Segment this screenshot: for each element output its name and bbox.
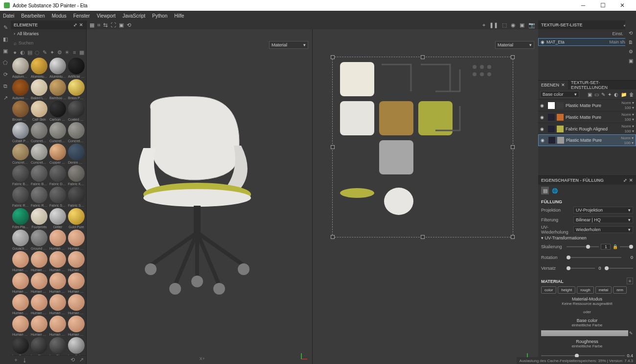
layer-fill-thumb[interactable]: [557, 114, 564, 121]
polyfill-tool-icon[interactable]: ⬠: [1, 59, 9, 66]
asset-item[interactable]: Glitter: [49, 208, 67, 229]
view-frame-icon[interactable]: ⛶: [111, 22, 116, 28]
eraser-tool-icon[interactable]: ◧: [1, 35, 9, 43]
asset-item[interactable]: Human Br...: [68, 230, 85, 250]
asset-item[interactable]: Copper Pure: [49, 144, 67, 164]
menu-fenster[interactable]: Fenster: [73, 13, 90, 19]
asset-item[interactable]: Fdm Plasti...: [12, 208, 29, 229]
view-persp-icon[interactable]: ▣: [119, 22, 124, 28]
offset-slider-y[interactable]: [605, 268, 633, 269]
asset-item[interactable]: Gold Pure: [68, 208, 85, 229]
view-pause-icon[interactable]: ❚❚: [489, 22, 498, 28]
asset-item[interactable]: Human N...: [12, 316, 29, 336]
asset-item[interactable]: Calf Skin: [30, 101, 48, 121]
asset-item[interactable]: Iron Galva...: [68, 337, 85, 355]
asset-item[interactable]: Cobalt Pure: [12, 122, 29, 143]
selection-handle-bl[interactable]: [331, 235, 335, 239]
layer-item[interactable]: ◉ Plastic Matte Pure Norm ▾100 ▾: [538, 111, 636, 123]
opacity-value[interactable]: 100 ▾: [624, 106, 634, 110]
layer-fill-thumb[interactable]: [557, 126, 564, 132]
rotation-slider[interactable]: [567, 257, 621, 258]
layer-item[interactable]: ◉ Fabric Rough Aligned Norm ▾100 ▾: [538, 123, 636, 134]
asset-item[interactable]: Human No...: [68, 294, 85, 315]
layer-add-mask-icon[interactable]: ✎: [601, 92, 605, 97]
asset-item[interactable]: Concrete B...: [49, 122, 67, 143]
asset-item[interactable]: Human W...: [49, 316, 67, 336]
scale-slider-2[interactable]: [620, 246, 633, 247]
viewport-2d[interactable]: Material ▾: [313, 29, 538, 364]
blend-dropdown[interactable]: Norm ▾: [621, 101, 634, 105]
smudge-tool-icon[interactable]: ⟳: [1, 70, 9, 78]
search-input[interactable]: [19, 41, 83, 45]
filter-brush-icon[interactable]: ✎: [42, 49, 47, 56]
opacity-value[interactable]: 100 ▾: [624, 117, 634, 122]
paint-tool-icon[interactable]: ✎: [1, 23, 9, 31]
asset-item[interactable]: Concrete S...: [30, 144, 48, 164]
tab-layers[interactable]: EBENEN ✕: [538, 81, 568, 89]
filtering-dropdown[interactable]: Bilinear | HQ▾: [573, 216, 633, 223]
layer-item[interactable]: ◉ Plastic Matte Pure Norm ▾100 ▾: [538, 99, 636, 111]
asset-item[interactable]: Denim Rivet: [68, 144, 85, 164]
material-menu-icon[interactable]: ≡: [627, 278, 633, 284]
asset-item[interactable]: Fabric Suit ...: [68, 187, 85, 207]
layer-mask-thumb[interactable]: [548, 114, 555, 121]
layer-mask-thumb[interactable]: [548, 126, 555, 132]
asset-item[interactable]: Human Ha...: [68, 273, 85, 293]
offset-slider-x[interactable]: [567, 268, 595, 269]
maximize-button[interactable]: ☐: [593, 0, 613, 11]
view-camera-icon[interactable]: 📷: [528, 22, 535, 28]
viewport-3d-mode-dropdown[interactable]: Material ▾: [269, 41, 308, 49]
blend-dropdown[interactable]: Norm ▾: [621, 112, 634, 117]
asset-item[interactable]: Human Ne...: [49, 294, 67, 315]
tab-texture-set-settings[interactable]: TEXTUR-SET-EINSTELLUNGEN: [568, 81, 636, 89]
menu-hilfe[interactable]: Hilfe: [174, 13, 184, 19]
opacity-value[interactable]: 100 ▾: [624, 141, 634, 145]
minimize-button[interactable]: ─: [573, 0, 593, 11]
asset-item[interactable]: Human Sh...: [30, 316, 48, 336]
filter-env-icon[interactable]: ☀: [64, 49, 69, 56]
asset-item[interactable]: Fabric Rec...: [12, 187, 29, 207]
props-undock-icon[interactable]: ⤢: [623, 178, 627, 183]
view-gizmo-icon[interactable]: ⌖: [482, 22, 485, 28]
layer-item[interactable]: ◉ Plastic Matte Pure Norm ▾100 ▾: [538, 134, 636, 146]
scale-slider[interactable]: [567, 246, 599, 247]
tab-close-icon[interactable]: ✕: [561, 83, 565, 87]
view-render-icon[interactable]: ▣: [520, 22, 524, 28]
eyedropper-icon[interactable]: ✎: [629, 331, 633, 336]
filter-texture-icon[interactable]: ▤: [27, 49, 32, 56]
uv-transforms-header[interactable]: ▾ UV-Transformationen: [541, 236, 633, 240]
menu-viewport[interactable]: Viewport: [97, 13, 116, 19]
display-icon[interactable]: ▣: [629, 58, 633, 64]
props-close-icon[interactable]: ✕: [629, 178, 633, 183]
asset-item[interactable]: Human Bu...: [12, 251, 29, 272]
texture-set-item[interactable]: ◉ MAT_Eta Main shader: [538, 38, 636, 46]
ts-settings-label[interactable]: Einst.: [612, 31, 623, 36]
channel-nrm[interactable]: nrm: [613, 286, 627, 294]
channel-metal[interactable]: metal: [595, 286, 612, 294]
props-tab-globe-icon[interactable]: 🌐: [551, 187, 559, 194]
filter-color-icon[interactable]: ≡: [72, 49, 77, 56]
view-hash-icon[interactable]: ⌗: [97, 22, 100, 28]
history-icon[interactable]: ⟲: [629, 30, 633, 36]
view-grid-icon[interactable]: ▦: [90, 22, 94, 28]
selection-handle-tm[interactable]: [421, 55, 425, 59]
asset-item[interactable]: Fabric Knit...: [68, 165, 85, 186]
view-refresh-icon[interactable]: ⟲: [127, 22, 131, 28]
asset-item[interactable]: Fabric Rou...: [30, 187, 48, 207]
eye-icon[interactable]: ◉: [540, 127, 546, 131]
uvwrap-dropdown[interactable]: Wiederholen▾: [573, 226, 633, 233]
close-panel-icon[interactable]: ✕: [79, 22, 83, 27]
asset-item[interactable]: Human Ne...: [30, 294, 48, 315]
eye-icon[interactable]: ◉: [540, 115, 546, 120]
asset-item[interactable]: Baked Lig...: [30, 79, 48, 100]
asset-item[interactable]: Human Ch...: [30, 251, 48, 272]
layer-fill-thumb[interactable]: [557, 137, 564, 144]
filter-grid-icon[interactable]: ▦: [79, 49, 85, 56]
eye-icon[interactable]: ◉: [541, 138, 546, 143]
asset-item[interactable]: Bamboo ...: [49, 79, 67, 100]
roughness-slider[interactable]: [541, 355, 625, 356]
asset-item[interactable]: Fabric Den...: [49, 165, 67, 186]
asset-import-icon[interactable]: ⭳: [21, 357, 28, 364]
selection-handle-mr[interactable]: [511, 145, 515, 149]
selection-handle-bm[interactable]: [421, 235, 425, 239]
